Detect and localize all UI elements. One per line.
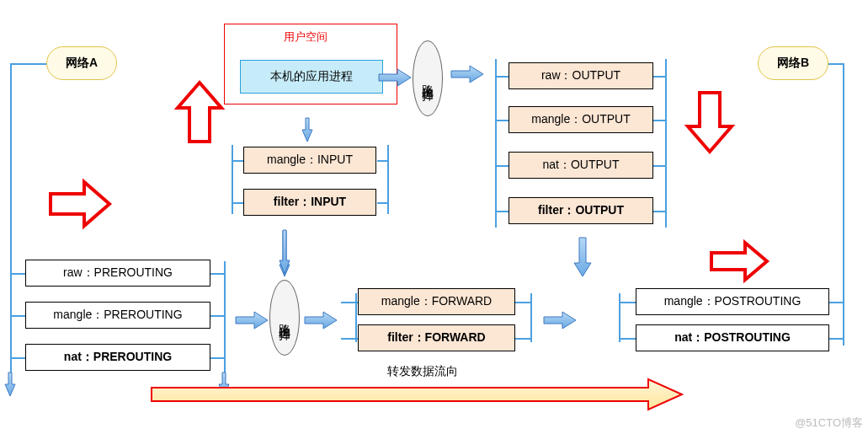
line — [10, 63, 12, 390]
routing-oval-top: 路由选择 — [413, 40, 443, 116]
line — [10, 315, 25, 317]
output-mangle: mangle：OUTPUT — [509, 106, 653, 133]
userspace-box: 用户空间 本机的应用进程 — [224, 24, 397, 104]
line — [210, 315, 226, 317]
line — [495, 211, 509, 212]
output-raw: raw：OUTPUT — [509, 62, 653, 89]
local-app-process: 本机的应用进程 — [240, 60, 383, 94]
output-filter: filter：OUTPUT — [509, 197, 653, 224]
line — [515, 302, 532, 303]
line — [653, 76, 667, 78]
line — [653, 120, 667, 121]
line — [232, 202, 243, 204]
prerouting-mangle: mangle：PREROUTING — [25, 302, 210, 329]
line — [495, 165, 509, 167]
line — [210, 273, 226, 275]
postrouting-nat: nat：POSTROUTING — [636, 324, 829, 351]
line — [377, 160, 389, 162]
line — [665, 59, 667, 228]
line — [232, 160, 243, 162]
line — [653, 211, 667, 212]
line — [619, 338, 636, 340]
line — [495, 76, 509, 78]
line — [341, 338, 358, 340]
forward-flow-label: 转发数据流向 — [387, 364, 458, 379]
line — [341, 302, 358, 303]
line — [224, 261, 226, 394]
line — [515, 338, 532, 340]
routing-oval-bottom: 路由选择 — [269, 280, 300, 356]
input-mangle: mangle：INPUT — [243, 147, 376, 174]
line — [10, 273, 25, 275]
line — [10, 357, 25, 359]
line — [619, 293, 620, 342]
line — [10, 63, 48, 65]
line — [210, 357, 226, 359]
line — [355, 293, 357, 342]
line — [653, 165, 667, 167]
postrouting-mangle: mangle：POSTROUTING — [636, 288, 829, 315]
output-nat: nat：OUTPUT — [509, 152, 653, 179]
watermark: @51CTO博客 — [795, 415, 863, 431]
forward-mangle: mangle：FORWARD — [358, 288, 515, 315]
prerouting-nat: nat：PREROUTING — [25, 344, 210, 371]
line — [829, 338, 844, 340]
line — [495, 59, 497, 228]
cloud-network-b: 网络B — [758, 46, 828, 80]
userspace-title: 用户空间 — [284, 29, 327, 45]
forward-filter: filter：FORWARD — [358, 324, 515, 351]
line — [619, 302, 636, 303]
line — [377, 202, 389, 204]
input-filter: filter：INPUT — [243, 189, 376, 216]
line — [530, 293, 532, 342]
prerouting-raw: raw：PREROUTING — [25, 260, 210, 287]
diagram-stage: 网络A 网络B 用户空间 本机的应用进程 路由选择 路由选择 raw：PRERO… — [0, 0, 868, 434]
line — [829, 302, 844, 303]
cloud-network-a: 网络A — [46, 46, 117, 80]
line — [495, 120, 509, 121]
